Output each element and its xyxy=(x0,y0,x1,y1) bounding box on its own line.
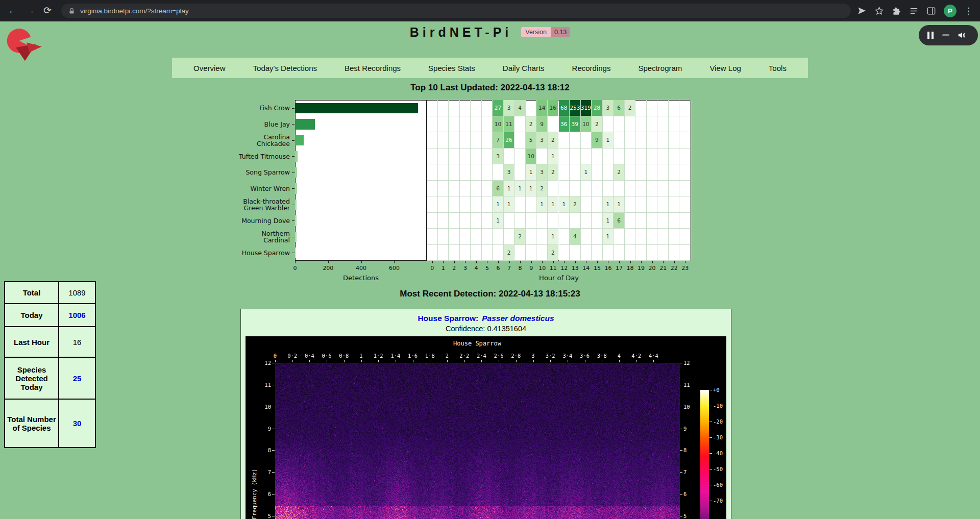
spectrogram-tick xyxy=(309,360,310,362)
spectrogram-y-axis-title: Frequency (kHz) xyxy=(251,458,258,519)
heatmap-cell xyxy=(514,149,526,165)
heatmap-cell xyxy=(438,164,449,181)
heatmap-cell xyxy=(482,132,493,149)
spectrogram-tick xyxy=(602,360,602,362)
axis-tick xyxy=(542,261,543,263)
heatmap-cell xyxy=(679,164,691,181)
axis-tick xyxy=(597,261,598,263)
heatmap-cell xyxy=(635,196,647,213)
heatmap-cell xyxy=(460,100,471,116)
nav-species-stats[interactable]: Species Stats xyxy=(428,64,475,72)
heatmap-cell xyxy=(482,229,493,245)
axis-tick-label: 200 xyxy=(319,265,337,271)
axis-tick xyxy=(575,261,576,263)
nav-tools[interactable]: Tools xyxy=(769,64,787,72)
heatmap-cell: 4 xyxy=(570,229,581,245)
side-panel-icon[interactable] xyxy=(926,6,936,16)
axis-tick xyxy=(292,108,295,109)
bookmark-star-icon[interactable] xyxy=(874,6,884,16)
heatmap-cell xyxy=(647,245,658,261)
spectrogram-x-tick-label: 1·4 xyxy=(387,353,404,359)
heatmap-cell: 2 xyxy=(570,196,581,213)
pause-button[interactable] xyxy=(927,32,934,39)
heatmap-cell xyxy=(471,132,482,149)
heatmap-cell xyxy=(449,164,460,181)
spectrogram-tick xyxy=(447,360,448,362)
detection-scientific-name[interactable]: Passer domesticus xyxy=(482,314,554,323)
nav-view-log[interactable]: View Log xyxy=(709,64,741,72)
heatmap-cell xyxy=(526,229,537,245)
heatmap-cell xyxy=(625,245,636,261)
axis-tick xyxy=(292,124,295,125)
forward-icon[interactable]: → xyxy=(22,3,38,18)
extensions-puzzle-icon[interactable] xyxy=(892,6,901,16)
browser-menu-icon[interactable]: ⋮ xyxy=(964,5,973,17)
detection-common-name[interactable]: House Sparrow: xyxy=(418,314,478,323)
reading-list-icon[interactable] xyxy=(909,6,919,16)
nav-best-recordings[interactable]: Best Recordings xyxy=(345,64,401,72)
spectrogram-tick xyxy=(653,360,654,362)
spectrogram-y-tick-label: 8 xyxy=(256,447,271,453)
spectrogram-y-tick-label: 7 xyxy=(683,469,699,475)
heatmap-cell xyxy=(635,164,647,181)
detections-bar xyxy=(295,215,297,226)
bar-x-axis-title: Detections xyxy=(295,274,427,282)
heatmap-cell xyxy=(647,100,658,116)
profile-avatar[interactable]: P xyxy=(944,5,957,17)
stat-value-species-today-link[interactable]: 25 xyxy=(59,357,95,399)
spectrogram-tick xyxy=(680,429,682,429)
send-icon[interactable] xyxy=(857,6,867,16)
heatmap-cell xyxy=(570,132,581,149)
detections-bar xyxy=(295,119,315,130)
heatmap-cell xyxy=(570,164,581,181)
nav-recordings[interactable]: Recordings xyxy=(572,64,611,72)
heatmap-cell xyxy=(603,164,614,181)
spectrogram-tick xyxy=(550,360,551,362)
heatmap-cell xyxy=(657,196,669,213)
audio-scrubber[interactable] xyxy=(942,34,949,36)
heatmap-cell: 36 xyxy=(559,116,570,133)
spectrogram-tick xyxy=(272,450,275,451)
colorbar-tick-label: -30 xyxy=(713,434,723,440)
axis-tick xyxy=(443,261,444,263)
axis-tick-label: 17 xyxy=(614,265,624,271)
heatmap-cell: 1 xyxy=(603,132,614,149)
heatmap-cell: 2 xyxy=(526,116,537,133)
heatmap-cell: 7 xyxy=(493,132,504,149)
heatmap-cell xyxy=(526,245,537,261)
spectrogram-colorbar xyxy=(700,390,709,519)
spectrogram-tick xyxy=(709,390,712,390)
spectrogram-y-tick-label: 11 xyxy=(683,382,699,388)
heatmap-cell xyxy=(635,116,647,133)
stat-value-today-link[interactable]: 1006 xyxy=(59,304,95,327)
stat-value-total-species-link[interactable]: 30 xyxy=(59,399,95,448)
spectrogram-y-tick-label: 11 xyxy=(256,382,271,388)
spectrogram-x-tick-label: 1·2 xyxy=(370,353,387,359)
axis-tick-label: 600 xyxy=(385,265,403,271)
nav-spectrogram[interactable]: Spectrogram xyxy=(638,64,682,72)
spectrogram-x-tick-label: 1·6 xyxy=(404,353,422,359)
axis-tick xyxy=(498,261,499,263)
audio-player[interactable] xyxy=(919,25,978,45)
detection-panel: House Sparrow:Passer domesticus Confiden… xyxy=(240,309,731,519)
spectrogram-tick xyxy=(680,516,682,516)
nav-overview[interactable]: Overview xyxy=(193,64,226,72)
nav-todays-detections[interactable]: Today's Detections xyxy=(253,64,317,72)
heatmap-cell xyxy=(625,229,636,245)
heatmap-cell: 3 xyxy=(536,132,548,149)
heatmap-cell xyxy=(460,149,471,165)
heatmap-cell xyxy=(581,132,592,149)
heatmap-cell xyxy=(647,213,658,229)
address-bar[interactable]: virginia.birdnetpi.com/?stream=play xyxy=(61,4,851,18)
nav-daily-charts[interactable]: Daily Charts xyxy=(503,64,545,72)
heatmap-cell: 10 xyxy=(526,149,537,165)
spectrogram-tick xyxy=(709,501,712,501)
volume-icon[interactable] xyxy=(957,31,966,40)
heatmap-cell: 2 xyxy=(504,245,515,261)
heatmap-cell: 1 xyxy=(559,196,570,213)
reload-icon[interactable]: ⟳ xyxy=(40,3,55,18)
axis-tick-label: 9 xyxy=(526,265,536,271)
axis-tick-label: 6 xyxy=(493,265,503,271)
spectrogram-tick xyxy=(680,494,682,495)
back-icon[interactable]: ← xyxy=(5,3,20,18)
